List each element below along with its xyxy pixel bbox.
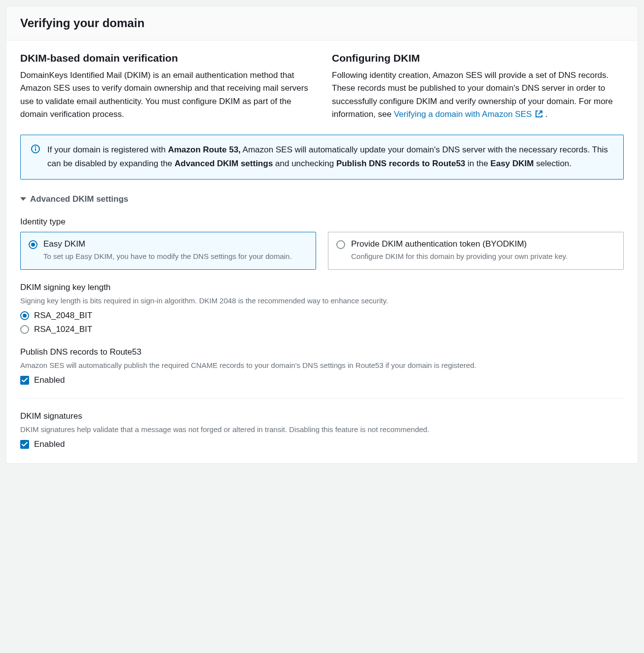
radio-icon <box>29 240 37 249</box>
svg-point-2 <box>36 147 36 147</box>
verify-domain-link[interactable]: Verifying a domain with Amazon SES <box>394 109 545 119</box>
configuring-dkim-suffix: . <box>545 109 548 119</box>
keylen-options: RSA_2048_BIT RSA_1024_BIT <box>20 311 624 334</box>
byodkim-desc: Configure DKIM for this domain by provid… <box>351 251 568 261</box>
advanced-dkim-section: Advanced DKIM settings Identity type Eas… <box>20 194 624 449</box>
verify-domain-panel: Verifying your domain DKIM-based domain … <box>6 6 638 464</box>
publish-dns-checkbox-label: Enabled <box>34 375 65 385</box>
easy-dkim-title: Easy DKIM <box>43 239 292 249</box>
page-title: Verifying your domain <box>20 16 624 30</box>
keylen-2048-label: RSA_2048_BIT <box>34 311 92 321</box>
keylen-rsa-2048[interactable]: RSA_2048_BIT <box>20 311 624 321</box>
panel-header: Verifying your domain <box>6 6 638 40</box>
dkim-sigs-help: DKIM signatures help validate that a mes… <box>20 424 624 435</box>
dkim-sigs-checkbox[interactable]: Enabled <box>20 439 624 449</box>
checkbox-checked-icon <box>20 440 29 449</box>
info-icon <box>31 144 40 170</box>
dkim-verification-body: DomainKeys Identified Mail (DKIM) is an … <box>20 69 312 121</box>
identity-type-label: Identity type <box>20 217 624 227</box>
advanced-dkim-toggle[interactable]: Advanced DKIM settings <box>20 194 624 204</box>
radio-icon <box>20 311 29 320</box>
keylen-1024-label: RSA_1024_BIT <box>34 325 92 334</box>
intro-columns: DKIM-based domain verification DomainKey… <box>20 52 624 122</box>
route53-info-text: If your domain is registered with Amazon… <box>47 143 613 170</box>
external-link-icon <box>535 109 543 122</box>
publish-dns-help: Amazon SES will automatically publish th… <box>20 360 624 370</box>
dkim-sigs-checkbox-label: Enabled <box>34 439 65 449</box>
checkbox-checked-icon <box>20 376 29 385</box>
route53-info-box: If your domain is registered with Amazon… <box>20 135 624 179</box>
panel-body: DKIM-based domain verification DomainKey… <box>6 40 638 463</box>
caret-down-icon <box>20 197 26 201</box>
section-divider <box>20 398 624 399</box>
byodkim-title: Provide DKIM authentication token (BYODK… <box>351 239 568 249</box>
configuring-dkim-body: Following identity creation, Amazon SES … <box>332 69 624 122</box>
identity-type-options: Easy DKIM To set up Easy DKIM, you have … <box>20 232 624 270</box>
radio-icon <box>336 240 345 249</box>
identity-type-easy-dkim[interactable]: Easy DKIM To set up Easy DKIM, you have … <box>20 232 316 270</box>
dkim-verification-heading: DKIM-based domain verification <box>20 52 312 64</box>
advanced-dkim-title: Advanced DKIM settings <box>30 194 128 204</box>
publish-dns-checkbox[interactable]: Enabled <box>20 375 624 385</box>
keylen-label: DKIM signing key length <box>20 283 624 292</box>
identity-type-byodkim[interactable]: Provide DKIM authentication token (BYODK… <box>328 232 624 270</box>
dkim-sigs-label: DKIM signatures <box>20 411 624 421</box>
dkim-verification-col: DKIM-based domain verification DomainKey… <box>20 52 312 122</box>
keylen-help: Signing key length is bits required in s… <box>20 295 624 306</box>
keylen-rsa-1024[interactable]: RSA_1024_BIT <box>20 325 624 334</box>
configuring-dkim-heading: Configuring DKIM <box>332 52 624 64</box>
configuring-dkim-col: Configuring DKIM Following identity crea… <box>332 52 624 122</box>
radio-icon <box>20 325 29 334</box>
easy-dkim-desc: To set up Easy DKIM, you have to modify … <box>43 251 292 261</box>
publish-dns-label: Publish DNS records to Route53 <box>20 347 624 357</box>
verify-domain-link-text: Verifying a domain with Amazon SES <box>394 109 532 119</box>
